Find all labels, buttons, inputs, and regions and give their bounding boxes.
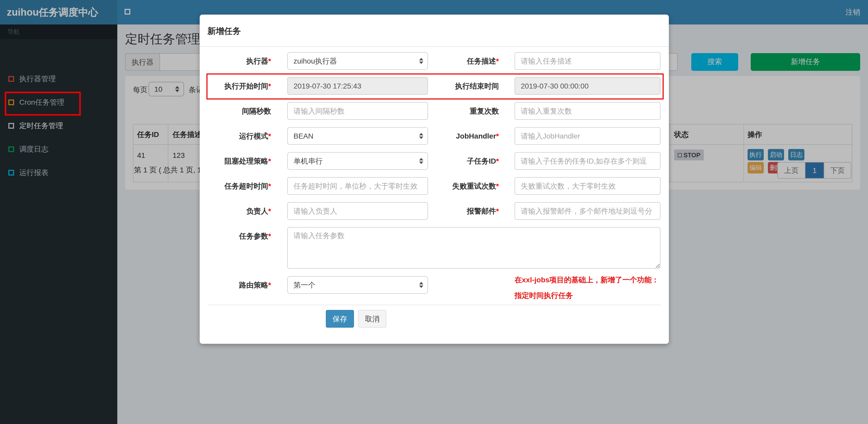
form-row-glue-type: 运行模式* BEAN JobHandler*: [208, 127, 663, 145]
select-arrows-icon: [419, 158, 423, 164]
form-row-interval: 间隔秒数 重复次数: [208, 102, 663, 120]
interval-label: 间隔秒数: [208, 102, 271, 120]
required-mark: *: [496, 132, 499, 140]
form-row-executor: 执行器* zuihou执行器 任务描述*: [208, 52, 663, 70]
job-desc-input[interactable]: [515, 52, 660, 70]
timeout-input[interactable]: [287, 177, 428, 195]
fail-retry-label: 失败重试次数*: [436, 177, 499, 195]
glue-type-select-value: BEAN: [293, 128, 313, 144]
job-param-textarea[interactable]: [287, 227, 660, 269]
end-time-input[interactable]: [515, 77, 660, 95]
end-time-label: 执行结束时间: [436, 77, 499, 95]
required-mark: *: [268, 82, 271, 90]
alarm-email-label: 报警邮件*: [436, 202, 499, 220]
repeat-count-label: 重复次数: [436, 102, 499, 120]
form-row-block-strategy: 阻塞处理策略* 单机串行 子任务ID*: [208, 152, 663, 170]
required-mark: *: [496, 157, 499, 165]
job-param-label: 任务参数*: [208, 227, 271, 245]
add-task-modal: 新增任务 执行器* zuihou执行器 任务描述* 执行开始时间* 执行结束时间…: [200, 14, 669, 344]
block-strategy-select-value: 单机串行: [293, 153, 323, 169]
child-job-id-input[interactable]: [515, 152, 660, 170]
cancel-button[interactable]: 取消: [358, 310, 386, 328]
select-arrows-icon: [419, 282, 423, 288]
glue-type-label: 运行模式*: [208, 127, 271, 145]
block-strategy-label: 阻塞处理策略*: [208, 152, 271, 170]
fail-retry-input[interactable]: [515, 177, 660, 195]
form-row-author: 负责人* 报警邮件*: [208, 202, 663, 220]
form-row-exec-time: 执行开始时间* 执行结束时间: [208, 77, 663, 95]
required-mark: *: [268, 207, 271, 215]
select-arrows-icon: [419, 133, 423, 139]
executor-select-value: zuihou执行器: [293, 53, 337, 69]
job-handler-label: JobHandler*: [436, 127, 499, 145]
feature-note: 在xxl-jobs项目的基础上，新增了一个功能： 指定时间执行任务: [515, 272, 667, 303]
required-mark: *: [496, 207, 499, 215]
modal-footer-divider: [208, 305, 661, 305]
job-desc-label: 任务描述*: [436, 52, 499, 70]
alarm-email-input[interactable]: [515, 202, 660, 220]
save-button[interactable]: 保存: [326, 310, 354, 328]
modal-header: 新增任务: [200, 14, 669, 47]
form-row-timeout: 任务超时时间* 失败重试次数*: [208, 177, 663, 195]
route-strategy-select-value: 第一个: [293, 276, 315, 293]
repeat-count-input[interactable]: [515, 102, 660, 120]
modal-title: 新增任务: [208, 26, 241, 37]
author-input[interactable]: [287, 202, 428, 220]
required-mark: *: [268, 182, 271, 190]
start-time-label: 执行开始时间*: [208, 77, 271, 95]
route-strategy-select[interactable]: 第一个: [287, 276, 428, 294]
job-handler-input[interactable]: [515, 127, 660, 145]
feature-note-line2: 指定时间执行任务: [515, 288, 667, 303]
route-strategy-label: 路由策略*: [208, 276, 271, 294]
interval-input[interactable]: [287, 102, 428, 120]
required-mark: *: [496, 57, 499, 65]
required-mark: *: [268, 57, 271, 65]
required-mark: *: [268, 232, 271, 240]
select-arrows-icon: [419, 58, 423, 64]
required-mark: *: [496, 182, 499, 190]
child-job-id-label: 子任务ID*: [436, 152, 499, 170]
feature-note-line1: 在xxl-jobs项目的基础上，新增了一个功能：: [515, 272, 667, 288]
timeout-label: 任务超时时间*: [208, 177, 271, 195]
glue-type-select[interactable]: BEAN: [287, 127, 428, 145]
start-time-input[interactable]: [287, 77, 428, 95]
author-label: 负责人*: [208, 202, 271, 220]
required-mark: *: [268, 132, 271, 140]
block-strategy-select[interactable]: 单机串行: [287, 152, 428, 170]
executor-label: 执行器*: [208, 52, 271, 70]
viewport: zuihou任务调度中心 注销 导航 执行器管理 Cron任务管理 定时任务管理: [0, 0, 868, 424]
executor-select[interactable]: zuihou执行器: [287, 52, 428, 70]
required-mark: *: [268, 157, 271, 165]
required-mark: *: [268, 281, 271, 289]
